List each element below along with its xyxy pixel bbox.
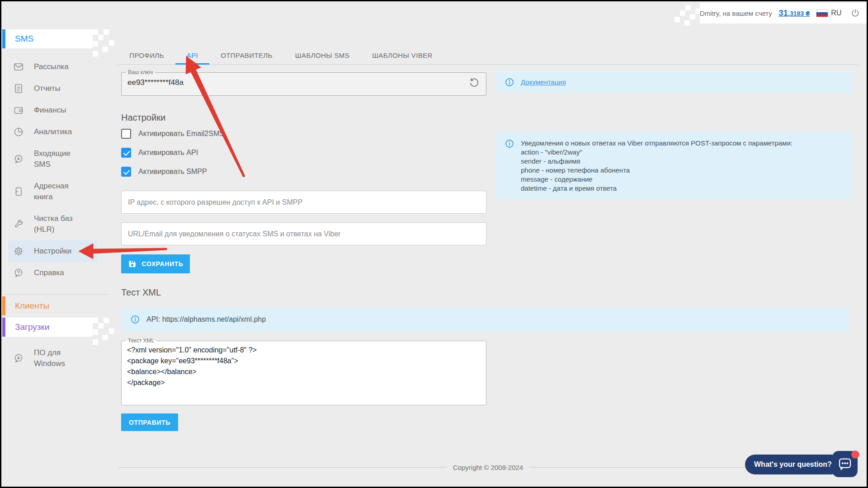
downloads-menu: ПО для Windows [8,342,97,375]
checkbox[interactable] [121,148,131,158]
sidebar-item-0[interactable]: Рассылка [8,56,97,78]
wallet-icon [13,105,24,116]
tab-4[interactable]: ШАБЛОНЫ VIBER [361,46,444,64]
account-greeting: Dmitry, на вашем счету [700,9,772,17]
sidebar-item-label: Входящие SMS [34,148,88,170]
tab-2[interactable]: ОТПРАВИТЕЛЬ [209,46,284,64]
viber-info-box: Уведомления о новых ответах на Viber отп… [495,132,853,199]
sidebar-item-7[interactable]: Настройки [8,240,97,262]
test-xml-title: Тест XML [121,287,161,298]
settings-tabs: ПРОФИЛЬ API ОТПРАВИТЕЛЬ ШАБЛОНЫ SMS ШАБЛ… [118,46,858,65]
sidebar-divider [2,294,108,295]
viber-info-line-3: phone - номер телефона абонента [521,166,793,175]
sidebar-item-label: Рассылка [34,61,88,72]
sidebar-item-2[interactable]: Финансы [8,99,97,121]
info-icon [130,314,140,324]
tab-label: API [187,52,198,59]
copyright-text: Copyright © 2008-2024 [447,464,529,471]
checkbox-row-0[interactable]: Активировать Email2SMS [121,128,224,139]
tab-1[interactable]: API [175,46,209,64]
sidebar-item-5[interactable]: Адресная книга [8,175,97,208]
sidebar-section-label: Загрузки [15,322,49,332]
chat-question-text: What's your question? [754,460,832,469]
viber-info-line-2: sender - альфаимя [521,157,793,166]
sidebar-item-label: Настройки [34,246,88,257]
settings-title: Настройки [121,113,165,123]
sidebar-item-label: Отчеты [34,83,88,94]
viber-info-lines: Уведомления о новых ответах на Viber отп… [521,139,793,199]
tab-label: ШАБЛОНЫ VIBER [372,52,433,59]
tab-0[interactable]: ПРОФИЛЬ [118,46,175,64]
save-button-label: СОХРАНИТЬ [142,260,184,267]
analytics-icon [13,127,24,137]
downloads-accent-bar [2,318,5,337]
sidebar-item-label: Финансы [34,105,88,116]
language-code: RU [831,9,841,17]
sidebar-item-6[interactable]: Чистка баз (HLR) [8,208,97,240]
checkbox[interactable] [121,129,131,139]
downloads-item-0[interactable]: ПО для Windows [8,342,97,375]
notify-url-input[interactable] [121,222,486,245]
pixel-decoration [93,318,98,323]
api-url-box: API: https://alphasms.net/api/xml.php [121,308,849,331]
api-key-value: ee93********f48a [127,78,469,87]
regenerate-key-icon[interactable] [469,77,480,88]
gear-icon [13,246,24,257]
envelope-icon [13,61,24,72]
sidebar-item-label: Адресная книга [34,181,88,202]
xml-field-label: Текст XML [126,338,156,344]
language-selector[interactable]: RU [816,9,841,17]
sidebar-item-8[interactable]: Справка [8,262,97,284]
send-button[interactable]: ОТПРАВИТЬ [121,413,178,431]
sidebar-menu: Рассылка Отчеты Финансы Аналитика Входящ… [8,56,97,284]
settings-checkboxes: Активировать Email2SMS Активировать API … [121,128,224,185]
logout-power-icon[interactable] [850,7,860,19]
api-url-text: API: https://alphasms.net/api/xml.php [146,315,266,324]
footer-divider [118,467,447,468]
sidebar-item-label: Справка [34,267,88,278]
report-icon [13,83,24,94]
sidebar-section-sms[interactable]: SMS [2,29,93,48]
chat-question-bubble[interactable]: What's your question? [745,455,841,474]
save-button[interactable]: СОХРАНИТЬ [121,254,190,273]
download-icon [13,353,24,364]
sidebar-item-label: Аналитика [34,127,88,137]
checkbox-label: Активировать API [138,149,198,157]
chat-notification-dot [851,450,859,459]
sidebar-item-label: Чистка баз (HLR) [34,213,88,235]
help-icon [13,267,24,278]
tab-label: ПРОФИЛЬ [129,52,164,59]
balance-link[interactable]: 31,3183 ₴ [778,8,810,18]
russian-flag-icon [816,9,828,17]
ip-address-input[interactable] [121,191,486,214]
sidebar-item-1[interactable]: Отчеты [8,78,97,99]
checkbox-row-2[interactable]: Активировать SMPP [121,166,224,177]
balance-fraction: ,3183 ₴ [788,10,810,17]
checkbox-row-1[interactable]: Активировать API [121,147,224,158]
clients-accent-bar [2,296,5,315]
send-button-label: ОТПРАВИТЬ [129,419,170,426]
sidebar-item-3[interactable]: Аналитика [8,121,97,143]
sidebar-section-label: Клиенты [15,301,49,311]
account-header: Dmitry, на вашем счету 31,3183 ₴ RU [700,3,867,23]
tab-3[interactable]: ШАБЛОНЫ SMS [284,46,361,64]
pixel-decoration [93,29,98,35]
sidebar-section-label: SMS [15,34,33,44]
checkbox[interactable] [121,167,131,177]
sidebar-section-downloads[interactable]: Загрузки [2,318,93,337]
sidebar-section-clients[interactable]: Клиенты [2,296,93,315]
viber-info-line-1: action - "viber/2way" [521,148,793,157]
xml-textarea[interactable]: <?xml version="1.0" encoding="utf-8" ?> … [122,344,486,394]
wrench-icon [13,219,24,230]
api-key-label: Ваш ключ [126,69,155,75]
documentation-link[interactable]: Документация [521,78,566,86]
viber-info-line-4: message - содержание [521,175,793,184]
incoming-sms-icon [13,154,24,164]
info-icon [505,139,514,149]
checkbox-label: Активировать SMPP [138,168,207,176]
save-icon [128,259,137,268]
pixel-decoration [685,5,691,10]
sidebar-item-4[interactable]: Входящие SMS [8,143,97,175]
viber-info-line-5: datetime - дата и время ответа [521,184,793,193]
address-book-icon [13,186,24,197]
